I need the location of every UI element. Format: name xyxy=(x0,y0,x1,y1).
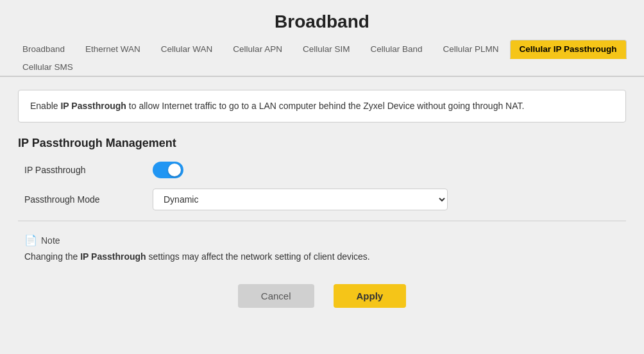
tabs-bar: Broadband Ethernet WAN Cellular WAN Cell… xyxy=(0,40,644,77)
tab-cellular-sms[interactable]: Cellular SMS xyxy=(13,58,83,76)
info-box: Enable IP Passthrough to allow Internet … xyxy=(18,90,626,122)
note-header: 📄 Note xyxy=(24,234,626,246)
tab-cellular-apn[interactable]: Cellular APN xyxy=(223,40,292,58)
tab-cellular-ip-passthrough[interactable]: Cellular IP Passthrough xyxy=(510,40,627,59)
cancel-button[interactable]: Cancel xyxy=(238,284,314,308)
page-title: Broadband xyxy=(0,0,644,40)
toggle-thumb xyxy=(168,164,181,176)
action-bar: Cancel Apply xyxy=(18,284,626,321)
note-text: Changing the IP Passthrough settings may… xyxy=(24,250,626,264)
tab-cellular-wan[interactable]: Cellular WAN xyxy=(151,40,223,58)
tab-cellular-plmn[interactable]: Cellular PLMN xyxy=(433,40,508,58)
passthrough-mode-label: Passthrough Mode xyxy=(24,194,153,205)
tab-broadband[interactable]: Broadband xyxy=(13,40,74,58)
ip-passthrough-toggle[interactable] xyxy=(153,162,183,178)
tab-ethernet-wan[interactable]: Ethernet WAN xyxy=(76,40,150,58)
passthrough-mode-select[interactable]: Dynamic Static xyxy=(153,189,448,210)
note-icon: 📄 xyxy=(24,234,37,246)
note-label: Note xyxy=(41,235,60,246)
apply-button[interactable]: Apply xyxy=(334,284,407,308)
passthrough-mode-row: Passthrough Mode Dynamic Static xyxy=(18,189,626,210)
tab-cellular-band[interactable]: Cellular Band xyxy=(360,40,432,58)
ip-passthrough-label: IP Passthrough xyxy=(24,165,153,175)
section-title: IP Passthrough Management xyxy=(18,137,626,150)
tab-cellular-sim[interactable]: Cellular SIM xyxy=(293,40,360,58)
note-section: 📄 Note Changing the IP Passthrough setti… xyxy=(18,234,626,264)
ip-passthrough-row: IP Passthrough xyxy=(18,162,626,178)
